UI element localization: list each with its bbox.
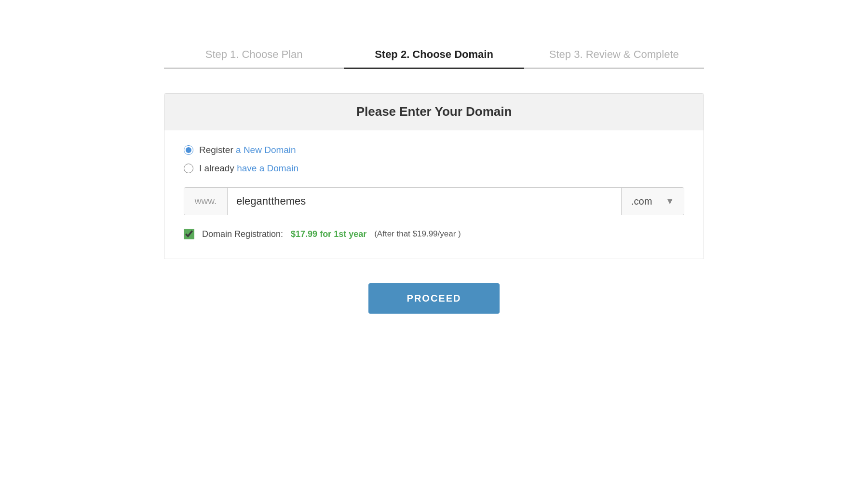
radio-group: Register a New Domain I already have a D… [184,145,684,174]
register-new-domain-option[interactable]: Register a New Domain [184,145,684,155]
card-header: Please Enter Your Domain [164,94,704,130]
domain-text-input[interactable] [228,188,621,215]
have-domain-radio[interactable] [184,164,193,173]
registration-label: Domain Registration: [202,229,283,239]
register-new-domain-radio[interactable] [184,145,193,155]
step-2-item[interactable]: Step 2. Choose Domain [344,48,524,69]
step-1-underline [164,68,344,69]
domain-input-row: www. .com ▼ .com .net .org .io .co .info [184,187,684,215]
card-header-title: Please Enter Your Domain [356,104,512,119]
already-text: I already [199,163,234,174]
registration-row: Domain Registration: $17.99 for 1st year… [184,229,684,239]
step-3-underline [524,68,704,69]
proceed-container: PROCEED [164,283,704,314]
have-domain-option[interactable]: I already have a Domain [184,163,684,174]
step-3-label: Step 3. Review & Complete [549,48,679,68]
proceed-button[interactable]: PROCEED [368,283,500,314]
domain-www-label: www. [184,188,228,215]
domain-tld-select[interactable]: .com ▼ .com .net .org .io .co .info [621,188,684,215]
registration-after: (After that $19.99/year ) [374,229,461,239]
step-1-item[interactable]: Step 1. Choose Plan [164,48,344,69]
card-body: Register a New Domain I already have a D… [164,130,704,259]
have-domain-link[interactable]: have a Domain [237,163,298,174]
registration-price: $17.99 for 1st year [291,229,366,239]
step-2-underline [344,68,524,69]
step-1-label: Step 1. Choose Plan [205,48,303,68]
wizard-container: Step 1. Choose Plan Step 2. Choose Domai… [164,48,704,314]
steps-nav: Step 1. Choose Plan Step 2. Choose Domai… [164,48,704,69]
domain-card: Please Enter Your Domain Register a New … [164,93,704,259]
step-3-item[interactable]: Step 3. Review & Complete [524,48,704,69]
register-text: Register [199,145,233,155]
register-link[interactable]: a New Domain [236,145,296,155]
step-2-label: Step 2. Choose Domain [375,48,493,68]
domain-registration-checkbox[interactable] [184,229,194,239]
